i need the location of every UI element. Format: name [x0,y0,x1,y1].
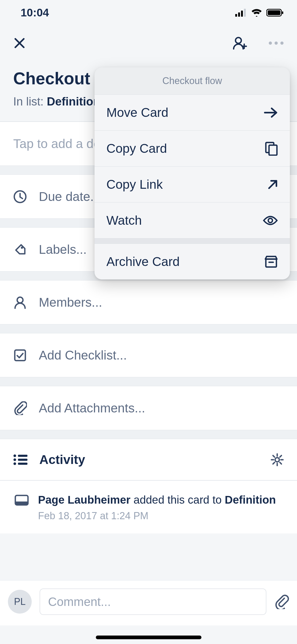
wifi-icon [251,9,262,17]
card-actions-menu: Checkout flow Move Card Copy Card Copy L… [95,67,290,279]
nav-bar [0,25,297,61]
menu-move-card[interactable]: Move Card [95,95,290,131]
menu-label: Archive Card [106,254,180,269]
activity-date: Feb 18, 2017 at 1:24 PM [38,510,276,522]
comment-input[interactable] [40,588,266,615]
svg-line-28 [280,456,281,457]
clock-icon [13,190,27,204]
members-label: Members... [39,295,284,310]
arrow-right-icon [264,107,278,118]
checklist-label: Add Checklist... [39,348,284,362]
svg-rect-1 [238,12,240,17]
activity-header: Activity [0,439,297,480]
activity-actor: Page Laubheimer [38,494,130,506]
status-indicators [235,9,284,17]
svg-rect-0 [235,14,237,17]
svg-rect-33 [269,145,277,155]
svg-rect-5 [268,10,280,15]
svg-point-12 [21,247,23,249]
section-gap [0,430,297,439]
svg-point-7 [235,38,241,43]
activity-item: Page Laubheimer added this card to Defin… [0,481,297,533]
menu-copy-link[interactable]: Copy Link [95,167,290,203]
menu-label: Copy Link [106,177,163,192]
menu-copy-card[interactable]: Copy Card [95,131,290,167]
svg-rect-16 [18,455,27,457]
svg-point-34 [268,218,272,223]
svg-rect-20 [18,463,27,465]
svg-rect-18 [18,459,27,461]
svg-point-15 [13,454,16,457]
more-button[interactable] [268,41,284,45]
copy-icon [265,141,278,156]
menu-label: Move Card [106,105,168,120]
svg-line-27 [280,462,281,464]
status-time: 10:04 [21,6,49,19]
avatar-initials: PL [14,596,26,607]
activity-text: Page Laubheimer added this card to Defin… [38,493,276,508]
activity-target: Definition [225,494,276,506]
close-button[interactable] [13,37,26,49]
section-gap [0,324,297,333]
svg-point-8 [269,42,272,45]
person-icon [13,296,27,309]
svg-point-9 [275,42,278,45]
tag-icon [13,243,27,256]
svg-point-21 [275,458,279,462]
section-gap [0,377,297,386]
home-indicator[interactable] [96,636,201,639]
attachments-row[interactable]: Add Attachments... [0,386,297,430]
attachments-label: Add Attachments... [39,401,284,415]
card-list-prefix: In list: [13,95,47,108]
svg-line-26 [273,456,275,457]
eye-icon [263,215,278,226]
svg-rect-14 [15,350,25,361]
members-row[interactable]: Members... [0,280,297,324]
menu-watch[interactable]: Watch [95,203,290,238]
arrow-up-right-icon [267,179,278,190]
add-member-button[interactable] [233,36,247,50]
activity-title: Activity [39,452,85,467]
menu-label: Watch [106,213,142,228]
card-icon [15,493,29,522]
activity-middle: added this card to [130,494,225,506]
attach-button[interactable] [274,594,289,609]
svg-rect-35 [266,259,276,267]
popup-title: Checkout flow [95,67,290,95]
menu-archive-card[interactable]: Archive Card [95,244,290,279]
comment-bar: PL [0,580,297,625]
svg-point-17 [13,458,16,461]
status-bar: 10:04 [0,0,297,25]
checklist-row[interactable]: Add Checklist... [0,333,297,377]
svg-rect-31 [15,502,28,505]
battery-icon [266,9,284,17]
svg-point-10 [280,42,284,45]
checkbox-icon [13,348,27,362]
svg-rect-2 [241,11,243,17]
activity-settings-button[interactable] [271,453,284,466]
archive-icon [264,255,278,268]
svg-rect-3 [244,9,246,17]
svg-line-29 [273,462,275,464]
activity-list-icon [13,454,27,466]
svg-rect-6 [282,11,283,14]
avatar[interactable]: PL [8,590,32,614]
menu-separator [95,238,290,244]
menu-label: Copy Card [106,141,167,156]
svg-point-13 [17,297,23,303]
svg-point-19 [13,462,16,465]
cellular-icon [235,9,247,17]
card-list-name: Definition [47,95,100,108]
paperclip-icon [13,401,27,415]
